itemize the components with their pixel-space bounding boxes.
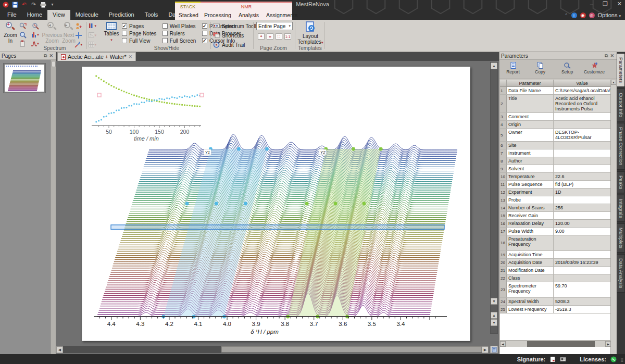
parameter-value-cell[interactable] [554, 142, 611, 149]
menu-tab-tools[interactable]: Tools [140, 10, 164, 20]
manual-zoom-icon[interactable] [19, 22, 27, 30]
canvas-horizontal-scrollbar[interactable]: ◀ ▶ [56, 346, 489, 353]
save-icon[interactable] [11, 1, 18, 8]
parameter-name-cell[interactable]: Pulse Sequence [507, 181, 554, 188]
tool-spectrum-toolbar[interactable]: Spectrum Toolbar [213, 22, 262, 30]
parameter-name-cell[interactable]: Probe [507, 196, 554, 204]
table-row[interactable]: 17Pulse Width9.00 [500, 228, 611, 235]
dock-tab-data-analysis[interactable]: Data Analysis [617, 254, 625, 293]
parameter-value-cell[interactable]: 256 [554, 204, 611, 211]
parameter-value-cell[interactable]: DESKTOP-4LO3OXR\Pulsar [554, 129, 611, 141]
full-spectrum-zoom-icon[interactable] [19, 31, 27, 39]
selected-spectrum-highlight[interactable] [111, 225, 444, 230]
parameter-name-cell[interactable]: Presaturation Frequency [507, 235, 554, 250]
stacked-nmr-plot[interactable]: 50100150200time / minY1Y24.44.34.24.14.0… [82, 67, 470, 341]
parameter-value-cell[interactable]: fid (BLP) [554, 181, 611, 188]
previous-zoom-button[interactable]: ◂ Previous Zoom [44, 21, 60, 44]
float-panel-icon[interactable]: ⧉ [43, 53, 48, 59]
parameter-value-cell[interactable]: 2018/03/09 16:23:39 [554, 259, 611, 266]
tables-button[interactable]: Tables ▾ [103, 22, 120, 43]
parameter-name-cell[interactable]: Temperature [507, 173, 554, 180]
parameter-name-cell[interactable]: Lowest Frequency [507, 306, 554, 313]
zoom-out-page-icon[interactable]: ✦ [258, 33, 265, 40]
parameters-horizontal-scrollbar[interactable]: ◀ ▶ [500, 340, 611, 347]
parameter-value-cell[interactable] [554, 235, 611, 250]
info-icon[interactable]: i [571, 12, 577, 18]
dock-tab-phase-correction[interactable]: Phase Correction [617, 123, 625, 169]
parameter-name-cell[interactable]: Instrument [507, 149, 554, 157]
table-row[interactable]: 6Site [500, 142, 611, 149]
menu-tab-molecule[interactable]: Molecule [70, 10, 104, 20]
column-header-parameter[interactable]: Parameter [507, 80, 554, 86]
table-row[interactable]: 3Comment [500, 113, 611, 121]
tool-shortcuts[interactable]: Shortcuts [213, 32, 262, 40]
scroll-up-icon[interactable]: ▲ [491, 62, 497, 69]
zoom-in-button[interactable]: + Zoom In [2, 21, 19, 44]
dock-tab-cursor-info[interactable]: Cursor Info [617, 89, 625, 121]
parameter-name-cell[interactable]: Spectrometer Frequency [507, 282, 554, 297]
checkbox-box[interactable] [202, 31, 207, 36]
checkbox-box[interactable]: ✓ [202, 23, 207, 29]
checkbox-full-view[interactable]: Full View [122, 37, 157, 44]
zoom-points-icon[interactable] [31, 22, 39, 30]
pages-panel-scrollbar[interactable] [51, 60, 56, 354]
parameter-name-cell[interactable]: Spectral Width [507, 298, 554, 305]
checkbox-box[interactable] [122, 38, 127, 43]
add-trace-icon[interactable]: + [74, 22, 82, 30]
canvas-vertical-scrollbar[interactable]: ▲ ▼ ▲ ▼ [490, 62, 498, 334]
close-panel-icon[interactable]: ✕ [48, 53, 54, 58]
parameter-value-cell[interactable]: Acetic acid ethanol Recorded on Oxford I… [554, 95, 611, 112]
dock-tab-integrals[interactable]: Integrals [617, 195, 625, 222]
crosshair-icon[interactable] [74, 31, 82, 39]
checkbox-box[interactable] [122, 31, 127, 36]
table-row[interactable]: 5OwnerDESKTOP-4LO3OXR\Pulsar [500, 129, 611, 142]
redo-icon[interactable]: ↷ [30, 1, 37, 8]
scroll-up-icon[interactable]: ▲ [611, 80, 616, 85]
menu-tab-prediction[interactable]: Prediction [104, 10, 140, 20]
table-row[interactable]: 24Spectral Width5208.3 [500, 298, 611, 306]
menu-tab-home[interactable]: Home [22, 10, 47, 20]
table-row[interactable]: 7Instrument [500, 149, 611, 157]
page-thumbnail[interactable] [3, 63, 46, 93]
print-icon[interactable] [40, 1, 46, 8]
parameter-name-cell[interactable]: Title [507, 95, 554, 112]
menu-tab-analysis[interactable]: Analysis [235, 12, 262, 18]
parameter-name-cell[interactable]: Origin [507, 121, 554, 128]
table-row[interactable]: 25Lowest Frequency-2519.3 [500, 306, 611, 313]
parameter-name-cell[interactable]: Acquisition Date [507, 259, 554, 266]
parameter-name-cell[interactable]: Class [507, 274, 554, 282]
table-row[interactable]: 10Temperature22.6 [500, 173, 611, 181]
close-button[interactable]: ✕ [617, 1, 622, 7]
dock-tab-parameters[interactable]: Parameters [617, 53, 625, 87]
parameter-name-cell[interactable]: Data File Name [507, 87, 554, 94]
checkbox-well-plates[interactable]: Well Plates [162, 22, 197, 30]
maximize-button[interactable]: ❐ [603, 1, 608, 7]
menu-tab-file[interactable]: File [2, 10, 22, 20]
table-row[interactable]: 18Presaturation Frequency [500, 235, 611, 251]
parameter-value-cell[interactable] [554, 251, 611, 258]
checkbox-page-notes[interactable]: Page Notes [122, 30, 157, 37]
parameter-value-cell[interactable]: 22.6 [554, 173, 611, 180]
table-row[interactable]: 19Acquisition Time [500, 251, 611, 259]
table-row[interactable]: 12Experiment1D [500, 189, 611, 196]
checkbox-rulers[interactable]: Rulers [162, 30, 197, 37]
scroll-right-icon[interactable]: ▶ [482, 346, 489, 353]
parameter-value-cell[interactable] [554, 157, 611, 165]
table-row[interactable]: 11Pulse Sequencefid (BLP) [500, 181, 611, 189]
table-row[interactable]: 20Acquisition Date2018/03/09 16:23:39 [500, 259, 611, 267]
table-row[interactable]: 8Author [500, 157, 611, 165]
parameter-value-cell[interactable] [554, 121, 611, 128]
previous-page-icon[interactable]: ▲ [491, 312, 497, 319]
zoom-100-page-icon[interactable]: ▪▪ [267, 33, 273, 40]
parameter-name-cell[interactable]: Owner [507, 129, 554, 141]
app-logo-icon[interactable] [2, 1, 9, 8]
table-row[interactable]: 9Solvent [500, 165, 611, 173]
parameter-name-cell[interactable]: Pulse Width [507, 228, 554, 235]
column-header-value[interactable]: Value [554, 80, 611, 86]
resize-grip[interactable]: ⠿ [620, 358, 624, 363]
table-row[interactable]: 14Number of Scans256 [500, 204, 611, 212]
parameter-name-cell[interactable]: Number of Scans [507, 204, 554, 211]
dock-tab-multiplets[interactable]: Multiplets [617, 223, 625, 253]
parameter-value-cell[interactable] [554, 196, 611, 204]
document-tab-close-icon[interactable]: ✕ [129, 54, 133, 59]
